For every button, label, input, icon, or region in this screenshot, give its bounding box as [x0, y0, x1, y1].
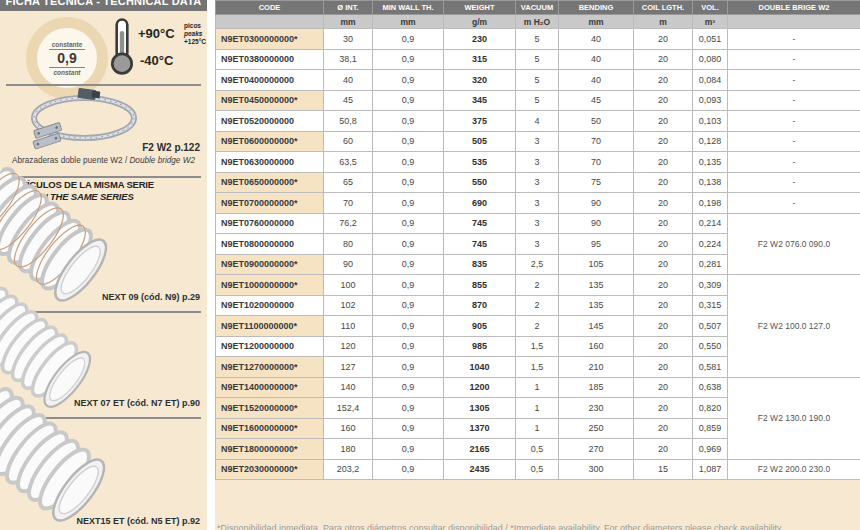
value-cell: 0,820 [693, 398, 728, 419]
value-cell: 20 [634, 254, 693, 275]
table-row: N9ET0650000000*650,9550375200,138- [216, 172, 860, 193]
code-cell: N9ET0800000000 [216, 234, 324, 255]
value-cell: 0,9 [373, 29, 444, 50]
value-cell: 4 [516, 111, 559, 132]
value-cell: 0,103 [693, 111, 728, 132]
value-cell: 20 [634, 49, 693, 70]
value-cell: 65 [324, 172, 373, 193]
code-cell: N9ET0600000000* [216, 131, 324, 152]
value-cell: 20 [634, 90, 693, 111]
code-cell: N9ET1020000000 [216, 295, 324, 316]
bridge-cell: - [728, 29, 860, 50]
value-cell: 50,8 [324, 111, 373, 132]
value-cell: 1 [516, 377, 559, 398]
value-cell: 535 [444, 152, 516, 173]
value-cell: 75 [559, 172, 634, 193]
clamp-caption-en: Double bridge W2 [129, 156, 195, 165]
value-cell: 0,507 [693, 316, 728, 337]
value-cell: 250 [559, 418, 634, 439]
value-cell: 102 [324, 295, 373, 316]
value-cell: 0,309 [693, 275, 728, 296]
value-cell: 3 [516, 131, 559, 152]
value-cell: 50 [559, 111, 634, 132]
value-cell: 20 [634, 275, 693, 296]
peaks-value: +125°C [184, 38, 206, 45]
table-row: N9ET0400000000400,9320540200,084- [216, 70, 860, 91]
clamp-caption: Abrazaderas doble puente W2 / Double bri… [0, 156, 207, 165]
code-cell: N9ET0760000000 [216, 213, 324, 234]
value-cell: 127 [324, 357, 373, 378]
value-cell: 160 [559, 336, 634, 357]
unit-volume: m³ [693, 15, 728, 29]
code-cell: N9ET1270000000* [216, 357, 324, 378]
value-cell: 20 [634, 336, 693, 357]
value-cell: 60 [324, 131, 373, 152]
col-header-bending: BENDING [559, 1, 634, 15]
unit-weight: g/m [444, 15, 516, 29]
clamp-image [20, 88, 150, 150]
code-cell: N9ET1000000000* [216, 275, 324, 296]
table-row: N9ET0300000000*300,9230540200,051- [216, 29, 860, 50]
value-cell: 0,9 [373, 193, 444, 214]
value-cell: 0,9 [373, 152, 444, 173]
unit-coil-length: m [634, 15, 693, 29]
value-cell: 20 [634, 439, 693, 460]
value-cell: 0,9 [373, 172, 444, 193]
value-cell: 0,9 [373, 131, 444, 152]
value-cell: 345 [444, 90, 516, 111]
value-cell: 0,198 [693, 193, 728, 214]
temp-max: +90°C [138, 26, 175, 41]
value-cell: 1305 [444, 398, 516, 419]
value-cell: 0,9 [373, 70, 444, 91]
value-cell: 905 [444, 316, 516, 337]
value-cell: 835 [444, 254, 516, 275]
value-cell: 3 [516, 172, 559, 193]
value-cell: 5 [516, 70, 559, 91]
related-item-next-07-et: NEXT 07 ET (cód. N7 ET) p.90 [74, 398, 200, 408]
value-cell: 1,5 [516, 357, 559, 378]
value-cell: 0,9 [373, 316, 444, 337]
value-cell: 0,214 [693, 213, 728, 234]
bridge-cell: - [728, 90, 860, 111]
value-cell: 20 [634, 234, 693, 255]
value-cell: 0,9 [373, 336, 444, 357]
table-units-row: mm mm g/m m H₂O mm m m³ [216, 15, 860, 29]
value-cell: 270 [559, 439, 634, 460]
value-cell: 3 [516, 234, 559, 255]
value-cell: 152,4 [324, 398, 373, 419]
value-cell: 1 [516, 398, 559, 419]
value-cell: 985 [444, 336, 516, 357]
value-cell: 745 [444, 213, 516, 234]
value-cell: 20 [634, 295, 693, 316]
value-cell: 63,5 [324, 152, 373, 173]
peaks-es: picos [184, 22, 201, 29]
value-cell: 3 [516, 213, 559, 234]
value-cell: 20 [634, 70, 693, 91]
value-cell: 300 [559, 459, 634, 480]
value-cell: 3 [516, 152, 559, 173]
value-cell: 1040 [444, 357, 516, 378]
value-cell: 90 [559, 213, 634, 234]
bridge-cell: - [728, 111, 860, 132]
value-cell: 0,084 [693, 70, 728, 91]
value-cell: 0,051 [693, 29, 728, 50]
table-row: N9ET038000000038,10,9315540200,080- [216, 49, 860, 70]
value-cell: 20 [634, 193, 693, 214]
value-cell: 0,9 [373, 418, 444, 439]
value-cell: 20 [634, 131, 693, 152]
value-cell: 0,9 [373, 459, 444, 480]
related-item-next15-et: NEXT15 ET (cód. N5 ET) p.92 [76, 516, 200, 526]
value-cell: 3 [516, 193, 559, 214]
code-cell: N9ET1100000000* [216, 316, 324, 337]
bridge-cell: F2 W2 076.0 090.0 [728, 213, 860, 275]
col-header-min-wall: MIN WALL TH. [373, 1, 444, 15]
badge-label-en: constant [53, 69, 80, 76]
value-cell: 505 [444, 131, 516, 152]
value-cell: 185 [559, 377, 634, 398]
value-cell: 0,5 [516, 439, 559, 460]
code-cell: N9ET2030000000* [216, 459, 324, 480]
value-cell: 210 [559, 357, 634, 378]
value-cell: 0,9 [373, 213, 444, 234]
col-header-code: CODE [216, 1, 324, 15]
value-cell: 0,135 [693, 152, 728, 173]
